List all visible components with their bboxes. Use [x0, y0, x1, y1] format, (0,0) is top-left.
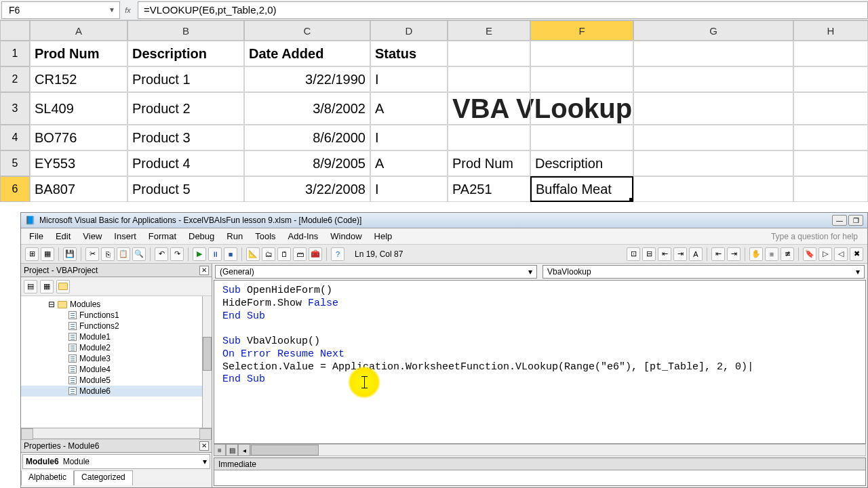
tree-item-functions1[interactable]: Functions1	[21, 310, 212, 321]
close-properties-pane-icon[interactable]: ✕	[199, 441, 209, 451]
row-header-4[interactable]: 4	[0, 125, 30, 150]
row-header-1[interactable]: 1	[0, 41, 30, 66]
cell-c6[interactable]: 3/22/2008	[244, 176, 370, 202]
minimize-button[interactable]: —	[832, 215, 847, 226]
cell-h5[interactable]	[793, 150, 868, 176]
toolbox-icon[interactable]: 🧰	[309, 247, 322, 261]
menu-tools[interactable]: Tools	[250, 230, 281, 243]
paste-icon[interactable]: 📋	[117, 247, 130, 261]
tree-item-module3[interactable]: Module3	[21, 353, 212, 364]
insert-function-button[interactable]: fx	[121, 2, 138, 18]
help-search[interactable]: Type a question for help	[771, 232, 865, 241]
cell-e6[interactable]: PA251	[448, 176, 530, 202]
code-hscroll-thumb[interactable]	[251, 445, 319, 455]
cell-e1[interactable]	[448, 41, 530, 66]
menu-debug[interactable]: Debug	[183, 230, 220, 243]
code-object-select[interactable]: (General)▾	[215, 265, 537, 279]
menu-addins[interactable]: Add-Ins	[283, 230, 324, 243]
cell-c5[interactable]: 8/9/2005	[244, 150, 370, 176]
cell-a3[interactable]: SL409	[30, 92, 127, 125]
cell-b1[interactable]: Description	[127, 41, 244, 66]
cell-c2[interactable]: 3/22/1990	[244, 66, 370, 92]
props-tab-alphabetic[interactable]: Alphabetic	[21, 470, 74, 485]
cell-d5[interactable]: A	[370, 150, 448, 176]
menu-help[interactable]: Help	[369, 230, 398, 243]
full-module-view-icon[interactable]: ≡	[214, 444, 226, 456]
code-hscroll[interactable]	[250, 444, 866, 456]
toolbar-btn-b[interactable]: ⊟	[642, 247, 656, 261]
minus-icon[interactable]: ⊟	[48, 300, 55, 309]
cell-d4[interactable]: I	[370, 125, 448, 150]
menu-insert[interactable]: Insert	[108, 230, 142, 243]
menu-format[interactable]: Format	[143, 230, 182, 243]
indent-icon[interactable]: ⇤	[711, 247, 725, 261]
cell-c1[interactable]: Date Added	[244, 41, 370, 66]
cell-c3[interactable]: 3/8/2002	[244, 92, 370, 125]
code-editor[interactable]: Sub OpenHideForm() HideForm.Show False E…	[214, 280, 866, 444]
cell-e2[interactable]	[448, 66, 530, 92]
cell-f4[interactable]	[530, 125, 633, 150]
row-header-3[interactable]: 3	[0, 92, 30, 125]
cell-e3-title[interactable]: VBA VLookup	[448, 92, 530, 125]
cell-d3[interactable]: A	[370, 92, 448, 125]
help-icon[interactable]: ?	[331, 247, 344, 261]
toggle-folders-icon[interactable]	[56, 280, 70, 293]
cell-b4[interactable]: Product 3	[127, 125, 244, 150]
properties-icon[interactable]: 🗒	[277, 247, 291, 261]
name-box[interactable]: F6 ▼	[1, 1, 120, 19]
toolbar-btn-e[interactable]: A	[689, 247, 703, 261]
cell-g5[interactable]	[633, 150, 793, 176]
redo-icon[interactable]: ↷	[170, 247, 184, 261]
cell-g2[interactable]	[633, 66, 793, 92]
vba-titlebar[interactable]: 📘 Microsoft Visual Basic for Application…	[21, 213, 867, 228]
design-mode-icon[interactable]: 📐	[246, 247, 260, 261]
prev-bookmark-icon[interactable]: ◁	[834, 247, 848, 261]
project-explorer-icon[interactable]: 🗂	[262, 247, 275, 261]
cell-a2[interactable]: CR152	[30, 66, 127, 92]
cell-f2[interactable]	[530, 66, 633, 92]
props-tab-categorized[interactable]: Categorized	[74, 470, 133, 485]
menu-file[interactable]: File	[24, 230, 49, 243]
toolbar-btn-c[interactable]: ⇤	[658, 247, 671, 261]
close-project-pane-icon[interactable]: ✕	[199, 266, 209, 275]
menu-view[interactable]: View	[77, 230, 107, 243]
cell-b5[interactable]: Product 4	[127, 150, 244, 176]
row-header-6[interactable]: 6	[0, 176, 30, 202]
col-header-g[interactable]: G	[633, 20, 793, 41]
cell-b6[interactable]: Product 5	[127, 176, 244, 202]
view-excel-icon[interactable]: ⊞	[25, 247, 39, 261]
dropdown-icon[interactable]: ▾	[856, 267, 860, 277]
find-icon[interactable]: 🔍	[132, 247, 146, 261]
comment-icon[interactable]: ≡	[765, 247, 778, 261]
col-header-f[interactable]: F	[530, 20, 633, 41]
tree-item-module4[interactable]: Module4	[21, 364, 212, 375]
cell-e4[interactable]	[448, 125, 530, 150]
cell-d6[interactable]: I	[370, 176, 448, 202]
cell-c4[interactable]: 8/6/2000	[244, 125, 370, 150]
cell-g3[interactable]	[633, 92, 793, 125]
tree-item-module2[interactable]: Module2	[21, 342, 212, 353]
cell-g1[interactable]	[633, 41, 793, 66]
col-header-a[interactable]: A	[30, 20, 127, 41]
tree-item-module6[interactable]: Module6	[21, 386, 212, 396]
run-icon[interactable]: ▶	[193, 247, 206, 261]
scroll-left-icon[interactable]: ◂	[238, 444, 250, 456]
insert-module-icon[interactable]: ▦	[41, 247, 54, 261]
cell-h6[interactable]	[793, 176, 868, 202]
cell-h4[interactable]	[793, 125, 868, 150]
dropdown-icon[interactable]: ▾	[203, 457, 207, 466]
copy-icon[interactable]: ⎘	[101, 247, 115, 261]
menu-run[interactable]: Run	[221, 230, 248, 243]
save-icon[interactable]: 💾	[63, 247, 77, 261]
select-all-corner[interactable]	[0, 20, 30, 41]
tree-vscroll[interactable]	[202, 296, 212, 428]
outdent-icon[interactable]: ⇥	[727, 247, 741, 261]
col-header-c[interactable]: C	[244, 20, 370, 41]
code-procedure-select[interactable]: VbaVlookup▾	[542, 265, 865, 279]
cell-f3[interactable]	[530, 92, 633, 125]
cell-b2[interactable]: Product 1	[127, 66, 244, 92]
cell-a5[interactable]: EY553	[30, 150, 127, 176]
toolbar-btn-a[interactable]: ⊡	[627, 247, 640, 261]
tree-vscroll-thumb[interactable]	[203, 337, 212, 371]
cell-b3[interactable]: Product 2	[127, 92, 244, 125]
